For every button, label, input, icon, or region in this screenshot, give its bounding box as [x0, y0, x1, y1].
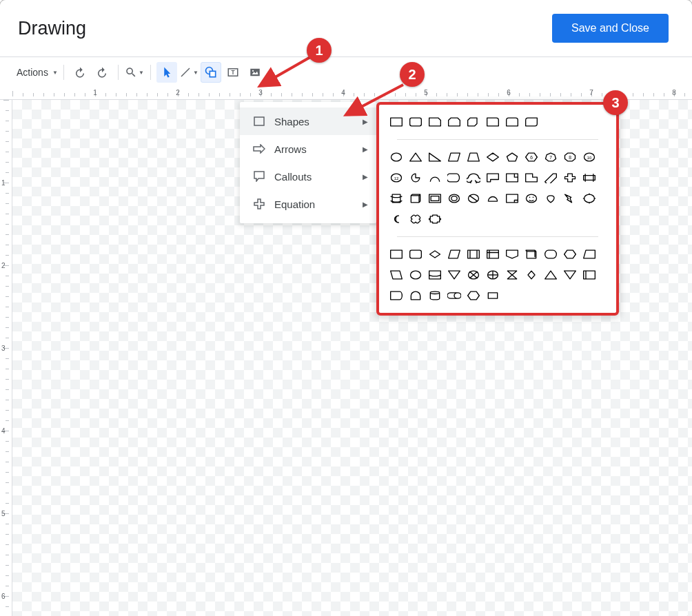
shape-basic-12[interactable] [407, 169, 425, 187]
shape-basic-11[interactable]: 12 [387, 169, 405, 187]
shape-basic-13[interactable] [426, 169, 444, 187]
shape-basic-35[interactable] [426, 210, 444, 228]
shape-flow-18[interactable] [522, 266, 540, 284]
toolbar: Actions ▼ ▼ ▼ T [0, 57, 692, 88]
shapes-gallery: 6781012 [376, 102, 619, 316]
svg-point-25 [449, 194, 460, 203]
shape-basic-30[interactable] [542, 189, 560, 207]
menu-item-arrows[interactable]: Arrows ▶ [240, 135, 376, 163]
line-tool[interactable]: ▼ [179, 62, 199, 83]
shape-basic-34[interactable] [407, 210, 425, 228]
shape-basic-31[interactable] [561, 189, 579, 207]
redo-button[interactable] [92, 62, 112, 83]
shape-basic-7[interactable]: 6 [522, 148, 540, 166]
shape-flow-21[interactable] [580, 266, 598, 284]
shape-basic-20[interactable] [561, 169, 579, 187]
shape-basic-8[interactable]: 7 [542, 148, 560, 166]
shape-rect-5[interactable] [484, 113, 502, 131]
shape-rect-0[interactable] [387, 113, 405, 131]
shape-flow-13[interactable] [426, 266, 444, 284]
shape-flow-7[interactable] [522, 245, 540, 263]
shape-flow-27[interactable] [484, 287, 502, 305]
shape-flow-23[interactable] [407, 287, 425, 305]
menu-label: Callouts [274, 171, 312, 183]
shape-basic-27[interactable] [484, 189, 502, 207]
svg-line-28 [469, 196, 478, 201]
zoom-button[interactable]: ▼ [124, 62, 145, 83]
shape-basic-23[interactable] [407, 189, 425, 207]
shape-basic-28[interactable] [503, 189, 521, 207]
shape-basic-14[interactable] [445, 169, 463, 187]
shape-rect-7[interactable] [522, 113, 540, 131]
shape-basic-4[interactable] [465, 148, 482, 166]
shape-flow-1[interactable] [407, 245, 425, 263]
shape-basic-6[interactable] [503, 148, 521, 166]
shape-basic-32[interactable] [580, 189, 598, 207]
shape-flow-3[interactable] [445, 245, 463, 263]
shape-rect-6[interactable] [503, 113, 521, 131]
shape-flow-11[interactable] [387, 266, 405, 284]
actions-menu[interactable]: Actions ▼ [14, 62, 58, 83]
shape-basic-16[interactable] [484, 169, 502, 187]
shape-tool[interactable] [201, 62, 221, 83]
shape-flow-15[interactable] [465, 266, 482, 284]
shape-rect-2[interactable] [426, 113, 444, 131]
shape-rect-3[interactable] [445, 113, 463, 131]
shape-basic-10[interactable]: 10 [580, 148, 598, 166]
shape-flow-0[interactable] [387, 245, 405, 263]
svg-text:7: 7 [549, 155, 552, 160]
shape-flow-12[interactable] [407, 266, 425, 284]
shape-basic-25[interactable] [445, 189, 463, 207]
shape-flow-9[interactable] [561, 245, 579, 263]
shape-flow-10[interactable] [580, 245, 598, 263]
svg-marker-43 [449, 271, 460, 279]
shape-flow-5[interactable] [484, 245, 502, 263]
shape-basic-19[interactable] [542, 169, 560, 187]
svg-point-31 [533, 197, 534, 198]
shape-flow-20[interactable] [561, 266, 579, 284]
shape-dropdown-menu: Shapes ▶ Arrows ▶ Callouts ▶ Equation ▶ [240, 102, 376, 223]
shape-flow-2[interactable] [426, 245, 444, 263]
svg-text:T: T [231, 70, 234, 76]
shape-basic-9[interactable]: 8 [561, 148, 579, 166]
select-tool[interactable] [156, 62, 177, 83]
shape-flow-16[interactable] [484, 266, 502, 284]
shape-basic-0[interactable] [387, 148, 405, 166]
image-tool[interactable] [245, 62, 265, 83]
shape-rect-4[interactable] [465, 113, 482, 131]
shape-flow-26[interactable] [465, 287, 482, 305]
menu-item-callouts[interactable]: Callouts ▶ [240, 163, 376, 190]
textbox-tool[interactable]: T [223, 62, 243, 83]
shape-flow-17[interactable] [503, 266, 521, 284]
shape-basic-17[interactable] [503, 169, 521, 187]
shape-basic-2[interactable] [426, 148, 444, 166]
submenu-arrow-icon: ▶ [363, 173, 368, 181]
shape-basic-5[interactable] [484, 148, 502, 166]
svg-marker-14 [507, 153, 518, 161]
shape-basic-22[interactable] [387, 189, 405, 207]
shape-flow-24[interactable] [426, 287, 444, 305]
callout-icon [251, 171, 267, 182]
shapes-group-basic: 6781012 [387, 148, 608, 228]
shape-basic-26[interactable] [465, 189, 482, 207]
shape-flow-6[interactable] [503, 245, 521, 263]
shape-basic-29[interactable] [522, 189, 540, 207]
shape-basic-24[interactable] [426, 189, 444, 207]
shape-flow-14[interactable] [445, 266, 463, 284]
shape-flow-19[interactable] [542, 266, 560, 284]
shape-flow-4[interactable] [465, 245, 482, 263]
save-and-close-button[interactable]: Save and Close [552, 14, 669, 43]
undo-button[interactable] [70, 62, 90, 83]
shape-flow-8[interactable] [542, 245, 560, 263]
shape-basic-3[interactable] [445, 148, 463, 166]
shape-basic-21[interactable] [580, 169, 598, 187]
menu-item-shapes[interactable]: Shapes ▶ [240, 107, 376, 135]
shape-basic-18[interactable] [522, 169, 540, 187]
shape-basic-1[interactable] [407, 148, 425, 166]
shape-rect-1[interactable] [407, 113, 425, 131]
shape-basic-33[interactable] [387, 210, 405, 228]
menu-item-equation[interactable]: Equation ▶ [240, 190, 376, 218]
shape-flow-25[interactable] [445, 287, 463, 305]
shape-flow-22[interactable] [387, 287, 405, 305]
shape-basic-15[interactable] [465, 169, 482, 187]
